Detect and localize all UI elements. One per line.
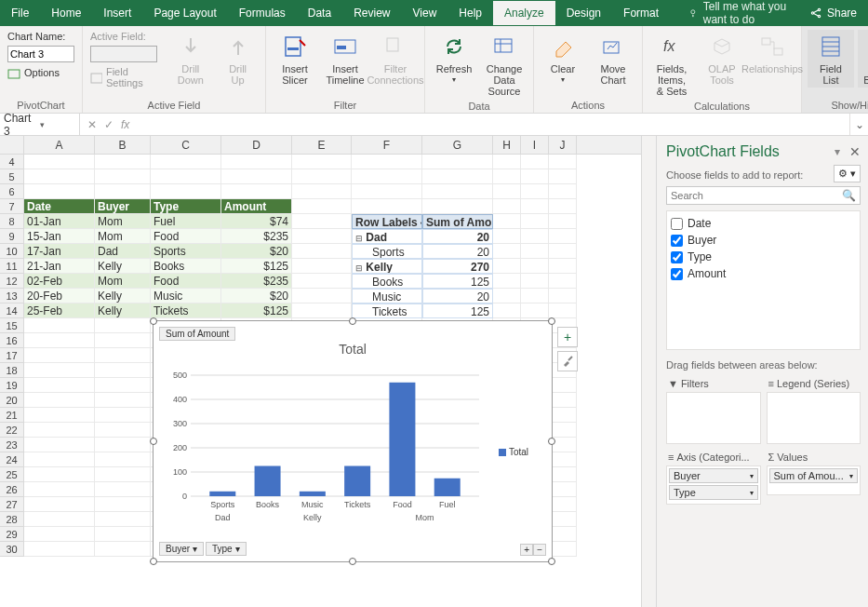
cell[interactable]: 21-Jan	[24, 259, 95, 274]
field-list[interactable]: DateBuyerTypeAmount	[666, 210, 861, 350]
row-header[interactable]: 23	[0, 438, 24, 452]
cell[interactable]	[95, 438, 151, 452]
active-field-input[interactable]	[90, 46, 157, 62]
cell[interactable]	[352, 184, 422, 199]
cell[interactable]	[549, 393, 577, 408]
chart-name-input[interactable]	[7, 46, 74, 62]
cell[interactable]	[422, 155, 493, 169]
cell[interactable]	[549, 199, 577, 214]
chart-plot-area[interactable]: 0100200300400500SportsBooksMusicTicketsF…	[163, 366, 498, 533]
cell[interactable]	[292, 184, 352, 199]
column-header[interactable]: E	[292, 136, 352, 154]
cell[interactable]	[24, 467, 95, 482]
cell[interactable]	[24, 184, 95, 199]
field-checkbox[interactable]	[671, 218, 683, 230]
tab-format[interactable]: Format	[612, 1, 670, 25]
column-header[interactable]: C	[151, 136, 221, 154]
column-header[interactable]: G	[422, 136, 493, 154]
cell[interactable]: 02-Feb	[24, 274, 95, 289]
cell[interactable]	[549, 452, 577, 467]
cell[interactable]	[151, 169, 221, 184]
cell[interactable]	[549, 423, 577, 438]
cell[interactable]	[95, 363, 151, 378]
row-header[interactable]: 9	[0, 229, 24, 244]
cell[interactable]: Kelly	[95, 259, 151, 274]
cell[interactable]: Mom	[95, 229, 151, 244]
cell[interactable]	[521, 199, 549, 214]
chart-title[interactable]: Total	[154, 342, 552, 357]
cell[interactable]	[352, 169, 422, 184]
cell[interactable]	[24, 169, 95, 184]
cell[interactable]	[292, 199, 352, 214]
cell[interactable]	[95, 452, 151, 467]
name-box[interactable]: Chart 3 ▾	[0, 114, 80, 135]
cell[interactable]	[521, 214, 549, 229]
cell[interactable]	[521, 155, 549, 169]
cell[interactable]: Kelly	[95, 289, 151, 304]
share-button[interactable]: Share	[798, 1, 868, 25]
cell[interactable]	[521, 244, 549, 259]
options-button[interactable]: Options	[6, 65, 76, 80]
chart-axis-type-button[interactable]: Type ▾	[206, 542, 247, 556]
cell[interactable]	[24, 363, 95, 378]
cell[interactable]	[95, 527, 151, 542]
row-header[interactable]: 5	[0, 169, 24, 184]
field-item-amount[interactable]: Amount	[671, 265, 856, 282]
area-field-chip[interactable]: Buyer▾	[669, 468, 758, 483]
tell-me-box[interactable]: Tell me what you want to do	[670, 0, 798, 26]
cell[interactable]: Food	[151, 274, 221, 289]
cell[interactable]	[292, 304, 352, 318]
field-item-date[interactable]: Date	[671, 215, 856, 232]
cell[interactable]: 01-Jan	[24, 214, 95, 229]
row-header[interactable]: 11	[0, 259, 24, 274]
cell[interactable]	[549, 184, 577, 199]
cell[interactable]	[549, 497, 577, 512]
cell[interactable]	[24, 482, 95, 497]
column-header[interactable]: B	[95, 136, 151, 154]
cell[interactable]	[549, 214, 577, 229]
tab-data[interactable]: Data	[297, 1, 342, 25]
cell[interactable]: 20	[422, 244, 493, 259]
axis-drop-area[interactable]: Buyer▾Type▾	[666, 465, 761, 505]
cell[interactable]	[24, 452, 95, 467]
cell[interactable]	[549, 304, 577, 318]
cell[interactable]	[549, 289, 577, 304]
vertical-scrollbar[interactable]	[641, 136, 656, 607]
cell[interactable]: 20-Feb	[24, 289, 95, 304]
cell[interactable]	[292, 169, 352, 184]
column-header[interactable]: H	[493, 136, 521, 154]
cell[interactable]	[24, 438, 95, 452]
cell[interactable]	[24, 333, 95, 348]
cell[interactable]: Kelly	[95, 304, 151, 318]
cell[interactable]	[95, 512, 151, 527]
cell[interactable]	[24, 348, 95, 363]
cell[interactable]	[95, 423, 151, 438]
cell[interactable]: $20	[221, 289, 292, 304]
cell[interactable]	[521, 184, 549, 199]
cell[interactable]	[95, 184, 151, 199]
enter-icon[interactable]: ✓	[104, 118, 114, 131]
formula-input[interactable]	[137, 114, 849, 135]
fx-icon[interactable]: fx	[121, 118, 129, 131]
cell[interactable]	[95, 408, 151, 423]
pivot-chart[interactable]: Sum of Amount Total Total 01002003004005…	[153, 320, 553, 562]
cell[interactable]	[549, 378, 577, 393]
cell[interactable]	[493, 229, 521, 244]
cell[interactable]: Mom	[95, 274, 151, 289]
chart-legend[interactable]: Total	[499, 447, 528, 457]
cell[interactable]	[493, 304, 521, 318]
cell[interactable]	[24, 378, 95, 393]
area-field-chip[interactable]: Type▾	[669, 485, 758, 500]
cell[interactable]: Books	[151, 259, 221, 274]
tab-review[interactable]: Review	[342, 1, 401, 25]
cell[interactable]	[24, 497, 95, 512]
values-drop-area[interactable]: Sum of Amou...▾	[767, 465, 861, 495]
dropdown-icon[interactable]: ▾	[835, 145, 840, 158]
tab-help[interactable]: Help	[447, 1, 493, 25]
cell[interactable]	[549, 229, 577, 244]
cell[interactable]	[24, 512, 95, 527]
column-header[interactable]: D	[221, 136, 292, 154]
legend-drop-area[interactable]	[767, 392, 861, 444]
cell[interactable]	[95, 467, 151, 482]
row-header[interactable]: 20	[0, 393, 24, 408]
